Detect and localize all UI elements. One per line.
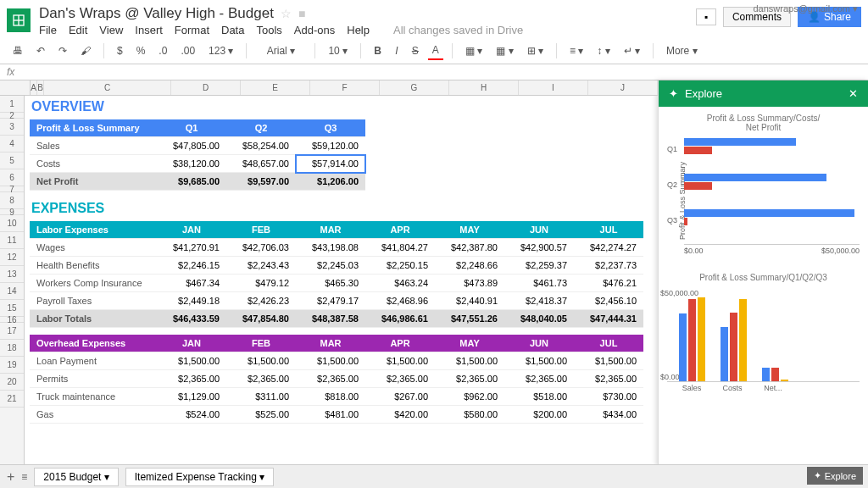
wrap-icon[interactable]: ↵ ▾	[620, 42, 644, 59]
doc-title[interactable]: Dan's Wraps @ Valley High - Budget	[39, 5, 274, 22]
expenses-title: EXPENSES	[25, 197, 658, 219]
print-icon[interactable]: 🖶	[8, 42, 27, 59]
more-button[interactable]: More ▾	[662, 42, 702, 59]
overhead-table[interactable]: Overhead ExpensesJANFEBMARAPRMAYJUNJUL L…	[30, 335, 643, 424]
explore-title: Explore	[685, 87, 722, 100]
menu-edit[interactable]: Edit	[69, 24, 87, 36]
all-sheets-icon[interactable]: ≡	[21, 471, 27, 483]
explore-panel: ✦ Explore ✕ Profit & Loss Summary/Costs/…	[658, 80, 868, 467]
col-h[interactable]: H	[449, 80, 519, 95]
user-email[interactable]: danswraps@gmail.com ▾	[753, 3, 858, 14]
fontsize-select[interactable]: 10 ▾	[324, 42, 352, 59]
col-g[interactable]: G	[380, 80, 449, 95]
col-a[interactable]: A	[31, 80, 37, 95]
add-sheet-icon[interactable]: +	[7, 469, 14, 485]
folder-icon[interactable]: ■	[298, 7, 305, 20]
col-d[interactable]: D	[171, 80, 241, 95]
col-f[interactable]: F	[310, 80, 380, 95]
fill-color-icon[interactable]: ▦ ▾	[461, 42, 487, 59]
close-icon[interactable]: ✕	[849, 87, 858, 100]
labor-table[interactable]: Labor ExpensesJANFEBMARAPRMAYJUNJUL Wage…	[30, 221, 643, 328]
text-color-icon[interactable]: A	[428, 42, 443, 60]
menu-tools[interactable]: Tools	[256, 24, 281, 36]
col-j[interactable]: J	[588, 80, 658, 95]
borders-icon[interactable]: ▦ ▾	[492, 42, 517, 59]
percent-icon[interactable]: %	[132, 42, 150, 59]
undo-icon[interactable]: ↶	[32, 42, 49, 59]
strike-icon[interactable]: S	[408, 42, 423, 59]
explore-fab[interactable]: ✦ Explore	[807, 467, 863, 485]
menu-view[interactable]: View	[99, 24, 123, 36]
col-b[interactable]: B	[37, 80, 44, 95]
sheet-area[interactable]: A B C D E F G H I J 12345678910111213141…	[0, 80, 658, 467]
menu-file[interactable]: File	[39, 24, 57, 36]
select-all-corner[interactable]	[0, 80, 31, 95]
explore-chart-2[interactable]: Profit & Loss Summary/Q1/Q2/Q3 $50,000.0…	[667, 273, 860, 394]
cells[interactable]: OVERVIEW Profit & Loss SummaryQ1Q2Q3 Sal…	[25, 96, 658, 465]
paint-format-icon[interactable]: 🖌	[76, 42, 95, 59]
star-icon[interactable]: ☆	[281, 7, 292, 20]
merge-icon[interactable]: ⊞ ▾	[523, 42, 548, 59]
col-e[interactable]: E	[241, 80, 310, 95]
redo-icon[interactable]: ↷	[54, 42, 71, 59]
formula-bar[interactable]: fx	[0, 64, 868, 80]
menu-addons[interactable]: Add-ons	[294, 24, 335, 36]
menu-help[interactable]: Help	[347, 24, 370, 36]
menu-insert[interactable]: Insert	[135, 24, 163, 36]
font-select[interactable]: Arial ▾	[255, 42, 306, 59]
row-headers[interactable]: 123456789101112131415161718192021	[0, 96, 25, 465]
col-c[interactable]: C	[44, 80, 171, 95]
menu-data[interactable]: Data	[221, 24, 244, 36]
tab-2015-budget[interactable]: 2015 Budget ▾	[34, 468, 118, 486]
overview-title: OVERVIEW	[25, 96, 658, 118]
menu-format[interactable]: Format	[175, 24, 209, 36]
zoom-select[interactable]: 123 ▾	[204, 42, 237, 59]
header: Dan's Wraps @ Valley High - Budget ☆ ■ F…	[0, 0, 868, 36]
bold-icon[interactable]: B	[370, 42, 386, 59]
selected-cell: $57,914.00	[296, 155, 365, 173]
explore-fab-icon: ✦	[814, 470, 821, 481]
explore-icon: ✦	[669, 87, 678, 100]
halign-icon[interactable]: ≡ ▾	[565, 42, 587, 59]
sheets-logo[interactable]	[7, 8, 31, 32]
explore-chart-1[interactable]: Profit & Loss Summary/Costs/ Net Profit …	[667, 114, 860, 256]
toolbar: 🖶 ↶ ↷ 🖌 $ % .0 .00 123 ▾ Arial ▾ 10 ▾ B …	[0, 38, 868, 64]
menubar: File Edit View Insert Format Data Tools …	[39, 24, 696, 36]
tab-itemized[interactable]: Itemized Expense Tracking ▾	[125, 468, 274, 486]
pl-table[interactable]: Profit & Loss SummaryQ1Q2Q3 Sales$47,805…	[30, 119, 365, 191]
sheet-tabs: + ≡ 2015 Budget ▾ Itemized Expense Track…	[0, 464, 868, 488]
currency-icon[interactable]: $	[113, 42, 127, 59]
chat-icon[interactable]: ▪	[696, 8, 716, 25]
save-status: All changes saved in Drive	[393, 24, 523, 36]
decrease-decimal-icon[interactable]: .0	[154, 42, 171, 59]
italic-icon[interactable]: I	[391, 42, 403, 59]
valign-icon[interactable]: ↕ ▾	[593, 42, 614, 59]
increase-decimal-icon[interactable]: .00	[176, 42, 199, 59]
col-i[interactable]: I	[519, 80, 588, 95]
